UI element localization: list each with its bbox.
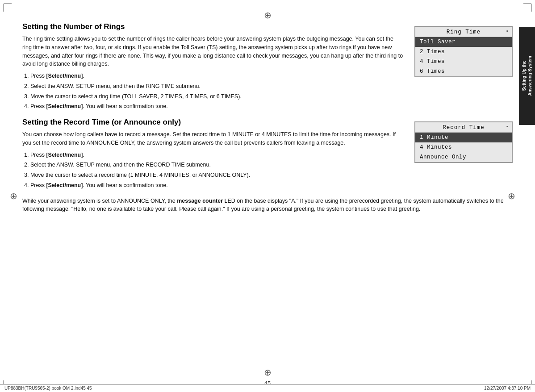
corner-mark-tr bbox=[523, 4, 531, 12]
corner-mark-tl bbox=[4, 4, 12, 12]
section2: Setting the Record Time (or Announce onl… bbox=[22, 118, 513, 192]
footer-right: 12/27/2007 4:37:10 PM bbox=[484, 386, 531, 391]
step-1-4-bold: [Select/menu] bbox=[46, 103, 83, 109]
section2-text: Setting the Record Time (or Announce onl… bbox=[22, 118, 404, 192]
lcd-row-4minutes: 4 Minutes bbox=[415, 142, 512, 152]
section2-footer-bold: message counter bbox=[177, 198, 223, 204]
lcd-row-2times: 2 Times bbox=[415, 47, 512, 57]
lcd-row-announce: Announce Only bbox=[415, 152, 512, 162]
lcd-ring-rows: Toll Saver 2 Times 4 Times 6 Times bbox=[415, 37, 512, 76]
side-tab: Setting Up the Answering System bbox=[519, 27, 535, 125]
battery-icon-2: ▪ bbox=[506, 124, 509, 129]
lcd-box-record: Record Time ▪ 1 Minute 4 Minutes Announc… bbox=[414, 121, 513, 163]
lcd-row-toll-saver: Toll Saver bbox=[415, 37, 512, 47]
step-1-1-bold: [Select/menu] bbox=[46, 73, 83, 79]
lcd-row-4times: 4 Times bbox=[415, 57, 512, 67]
step-1-4: Press [Select/menu]. You will hear a con… bbox=[30, 102, 404, 111]
step-2-1-bold: [Select/menu] bbox=[46, 152, 83, 158]
section2-heading: Setting the Record Time (or Announce onl… bbox=[22, 118, 404, 127]
lcd-ring-header: Ring Time ▪ bbox=[415, 27, 512, 37]
step-2-4-bold: [Select/menu] bbox=[46, 182, 83, 188]
section2-footer-note: While your answering system is set to AN… bbox=[22, 197, 513, 214]
left-crosshair: ⊕ bbox=[10, 191, 17, 201]
section1-display: Ring Time ▪ Toll Saver 2 Times 4 Times 6… bbox=[414, 22, 513, 113]
section2-steps: Press [Select/menu]. Select the ANSW. SE… bbox=[30, 151, 404, 190]
step-1-2: Select the ANSW. SETUP menu, and then th… bbox=[30, 82, 404, 91]
section1-steps: Press [Select/menu]. Select the ANSW. SE… bbox=[30, 72, 404, 111]
battery-icon: ▪ bbox=[506, 29, 509, 34]
section1-heading: Setting the Number of Rings bbox=[22, 22, 404, 31]
step-2-1: Press [Select/menu]. bbox=[30, 151, 404, 159]
step-2-3: Move the cursor to select a record time … bbox=[30, 171, 404, 179]
step-2-2: Select the ANSW. SETUP menu, and then th… bbox=[30, 161, 404, 169]
section1: Setting the Number of Rings The ring tim… bbox=[22, 22, 513, 113]
lcd-record-header: Record Time ▪ bbox=[415, 122, 512, 132]
lcd-row-6times: 6 Times bbox=[415, 67, 512, 76]
lcd-box-ring: Ring Time ▪ Toll Saver 2 Times 4 Times 6… bbox=[414, 26, 513, 77]
section1-text: Setting the Number of Rings The ring tim… bbox=[22, 22, 404, 113]
section2-body: You can choose how long callers have to … bbox=[22, 130, 404, 147]
footer-left: UP883BH(TRU9565-2) book OM 2.ind45 45 bbox=[4, 386, 92, 391]
step-2-4: Press [Select/menu]. You will hear a con… bbox=[30, 181, 404, 190]
top-crosshair: ⊕ bbox=[264, 10, 272, 21]
lcd-record-rows: 1 Minute 4 Minutes Announce Only bbox=[415, 132, 512, 162]
footer-bar: UP883BH(TRU9565-2) book OM 2.ind45 45 12… bbox=[0, 384, 535, 392]
step-1-3: Move the cursor to select a ring time (T… bbox=[30, 92, 404, 101]
lcd-row-1minute: 1 Minute bbox=[415, 133, 512, 142]
section1-body: The ring time setting allows you to set … bbox=[22, 35, 404, 68]
side-tab-text: Setting Up the Answering System bbox=[521, 56, 533, 96]
main-content: Setting the Number of Rings The ring tim… bbox=[22, 22, 513, 370]
section2-display: Record Time ▪ 1 Minute 4 Minutes Announc… bbox=[414, 118, 513, 192]
step-1-1: Press [Select/menu]. bbox=[30, 72, 404, 80]
